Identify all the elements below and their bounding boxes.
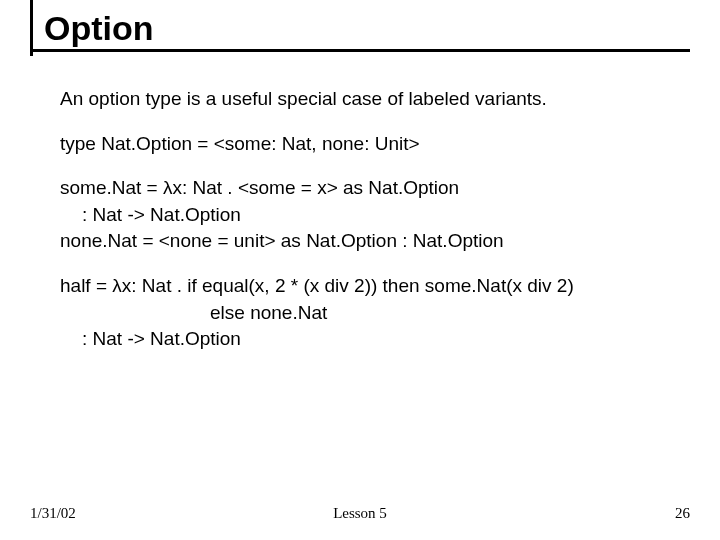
slide-footer: 1/31/02 Lesson 5 26 — [30, 505, 690, 522]
some-nat-def: some.Nat = λx: Nat . <some = x> as Nat.O… — [60, 177, 459, 198]
half-type: : Nat -> Nat.Option — [60, 326, 670, 353]
constructor-block: some.Nat = λx: Nat . <some = x> as Nat.O… — [60, 175, 670, 255]
type-definition: type Nat.Option = <some: Nat, none: Unit… — [60, 131, 670, 158]
some-nat-type: : Nat -> Nat.Option — [60, 202, 670, 229]
none-nat-def: none.Nat = <none = unit> as Nat.Option :… — [60, 230, 504, 251]
title-rule: Option — [30, 10, 690, 52]
intro-text: An option type is a useful special case … — [60, 86, 670, 113]
slide-body: An option type is a useful special case … — [60, 86, 670, 371]
half-def-line2: else none.Nat — [60, 300, 670, 327]
footer-lesson: Lesson 5 — [30, 505, 690, 522]
half-block: half = λx: Nat . if equal(x, 2 * (x div … — [60, 273, 670, 353]
slide: Option An option type is a useful specia… — [0, 0, 720, 540]
half-def-line1: half = λx: Nat . if equal(x, 2 * (x div … — [60, 275, 574, 296]
slide-title: Option — [44, 10, 690, 47]
